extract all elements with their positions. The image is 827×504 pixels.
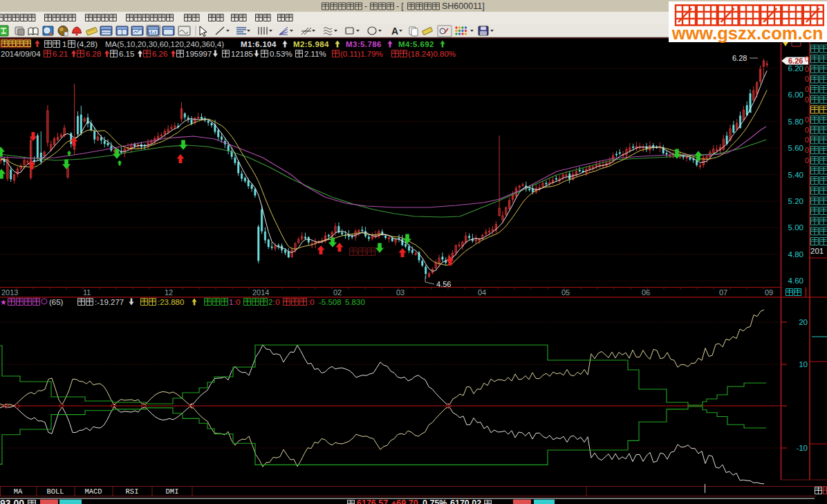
svg-text:02: 02 xyxy=(333,288,342,297)
svg-text:5.00: 5.00 xyxy=(788,223,803,232)
svg-text:1: 1 xyxy=(229,298,233,306)
svg-text:MACD: MACD xyxy=(84,487,102,496)
svg-text:11: 11 xyxy=(83,288,91,297)
svg-text::0: :0 xyxy=(308,298,315,306)
svg-text:20: 20 xyxy=(799,318,808,326)
svg-text:M1:6.104: M1:6.104 xyxy=(241,40,277,48)
svg-text:2: 2 xyxy=(268,298,272,306)
svg-text:09: 09 xyxy=(765,288,773,297)
svg-text::-19.277: :-19.277 xyxy=(95,298,124,306)
svg-text:6.26: 6.26 xyxy=(152,50,167,58)
svg-text:6170.02: 6170.02 xyxy=(450,498,481,504)
svg-text:www.gszx.com.cn: www.gszx.com.cn xyxy=(671,24,824,43)
svg-text:10: 10 xyxy=(799,360,808,368)
svg-text:0: 0 xyxy=(805,136,809,144)
svg-text:6176.57: 6176.57 xyxy=(357,498,388,504)
svg-text:07: 07 xyxy=(719,288,727,297)
svg-text:RSI: RSI xyxy=(126,487,139,496)
svg-text:- [: - [ xyxy=(396,1,404,11)
svg-text:0: 0 xyxy=(805,95,809,104)
svg-text:M3:5.786: M3:5.786 xyxy=(346,40,382,48)
svg-text:4.80: 4.80 xyxy=(788,250,803,259)
svg-text:6.00: 6.00 xyxy=(788,91,803,99)
svg-text:(18.24)0.80%: (18.24)0.80% xyxy=(408,50,456,58)
svg-text:6.21: 6.21 xyxy=(53,50,68,58)
svg-text:SH600011]: SH600011] xyxy=(442,1,485,11)
svg-text:-5.508: -5.508 xyxy=(319,298,342,306)
svg-text:M4:5.692: M4:5.692 xyxy=(398,40,434,48)
svg-text:1: 1 xyxy=(62,40,66,48)
svg-text:MA: MA xyxy=(14,487,23,496)
svg-text:5.80: 5.80 xyxy=(788,118,803,126)
svg-text:★: ★ xyxy=(0,298,7,306)
svg-text:+69.70: +69.70 xyxy=(391,498,418,504)
svg-text:BOLL: BOLL xyxy=(46,487,64,496)
svg-text:6.15: 6.15 xyxy=(119,50,134,58)
svg-text:0: 0 xyxy=(805,75,809,83)
svg-text:-10: -10 xyxy=(796,444,808,452)
svg-text:0: 0 xyxy=(805,126,809,134)
svg-text:2014/09/04: 2014/09/04 xyxy=(1,50,41,58)
svg-text:0.75%: 0.75% xyxy=(422,498,447,504)
svg-text:03: 03 xyxy=(396,288,405,297)
svg-text:M2:5.984: M2:5.984 xyxy=(293,40,329,48)
svg-text:93.00: 93.00 xyxy=(0,498,24,504)
svg-text:-: - xyxy=(364,1,367,11)
svg-text:4.60: 4.60 xyxy=(788,277,803,285)
svg-text:MA(5,10,20,30,60,120,240,360,4: MA(5,10,20,30,60,120,240,360,4) xyxy=(105,40,224,48)
svg-text:5.40: 5.40 xyxy=(788,171,803,179)
svg-text:06: 06 xyxy=(642,288,650,297)
svg-text:(4,28): (4,28) xyxy=(77,40,97,48)
svg-text:0: 0 xyxy=(805,156,809,165)
svg-text:6.28: 6.28 xyxy=(86,50,101,58)
svg-text:DMI: DMI xyxy=(166,487,179,496)
svg-text:2.11%: 2.11% xyxy=(304,50,326,58)
svg-text:2014: 2014 xyxy=(252,288,269,297)
svg-text:5.830: 5.830 xyxy=(345,298,365,306)
svg-text:(0.11)1.79%: (0.11)1.79% xyxy=(340,50,383,58)
svg-text:04: 04 xyxy=(478,288,486,297)
svg-text:6.26: 6.26 xyxy=(788,57,803,65)
svg-text:6.28: 6.28 xyxy=(732,54,747,62)
svg-text:12185: 12185 xyxy=(231,50,253,58)
svg-text:A: A xyxy=(391,26,398,37)
svg-text:0: 0 xyxy=(805,146,809,154)
svg-text:0: 0 xyxy=(805,115,809,124)
svg-text::0: :0 xyxy=(273,298,280,306)
svg-text:12: 12 xyxy=(165,288,173,297)
svg-text:05: 05 xyxy=(561,288,570,297)
svg-text::23.880: :23.880 xyxy=(158,298,184,306)
svg-text:(65): (65) xyxy=(49,298,64,306)
svg-text::0: :0 xyxy=(234,298,241,306)
svg-text:0: 0 xyxy=(805,85,809,93)
svg-text:2013: 2013 xyxy=(1,288,18,297)
svg-text:5.20: 5.20 xyxy=(788,197,803,205)
svg-text:6.20: 6.20 xyxy=(788,64,803,73)
svg-text:0.53%: 0.53% xyxy=(270,50,292,58)
svg-text:195997: 195997 xyxy=(185,50,212,58)
svg-text:0: 0 xyxy=(805,65,809,73)
svg-text:5.60: 5.60 xyxy=(788,144,803,152)
svg-text:0: 0 xyxy=(805,55,809,63)
svg-text:201: 201 xyxy=(810,247,824,255)
